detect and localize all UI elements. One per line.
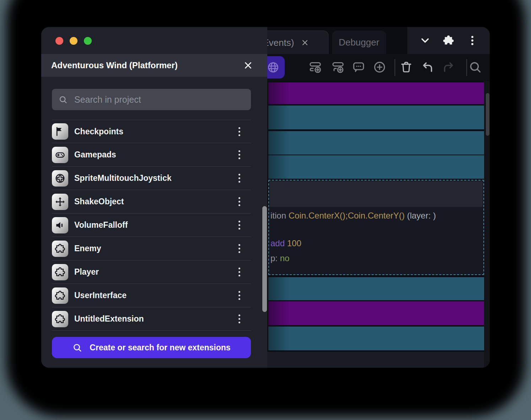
- search-icon: [72, 343, 82, 353]
- extensions-list: CheckpointsGamepadsSpriteMultitouchJoyst…: [52, 120, 251, 331]
- add-comment-button[interactable]: [352, 60, 366, 74]
- item-menu-kebab-icon[interactable]: [236, 242, 242, 255]
- event-block[interactable]: [268, 327, 484, 350]
- tab-close-icon[interactable]: [301, 39, 309, 47]
- event-block[interactable]: [268, 82, 484, 104]
- event-block[interactable]: [268, 155, 484, 179]
- toolbar-divider: [466, 59, 467, 76]
- minimize-button[interactable]: [70, 37, 77, 45]
- event-action-text: p: no: [270, 253, 482, 264]
- redo-button[interactable]: [441, 60, 456, 74]
- item-menu-kebab-icon[interactable]: [236, 125, 242, 138]
- speaker-icon: [52, 217, 68, 233]
- panel-close-button[interactable]: [243, 60, 253, 70]
- tab-debugger[interactable]: Debugger: [332, 31, 386, 54]
- list-item-label: UserInterface: [74, 291, 127, 300]
- puzzle-icon: [52, 311, 68, 327]
- toolbar-divider: [395, 59, 395, 76]
- extensions-puzzle-icon[interactable]: [442, 34, 455, 47]
- more-options-kebab-icon[interactable]: [466, 34, 478, 47]
- search-icon: [58, 95, 68, 104]
- globe-icon: [267, 61, 280, 74]
- panel-header: Adventurous Wind (Platformer): [41, 54, 267, 77]
- app-window: (Events) Debugger: [41, 27, 490, 368]
- event-block[interactable]: [268, 301, 484, 325]
- gamepad-icon: [52, 147, 68, 163]
- list-item-player[interactable]: Player: [52, 260, 251, 284]
- puzzle-icon: [52, 264, 68, 280]
- joystick-icon: [52, 170, 68, 187]
- event-block[interactable]: [268, 277, 484, 300]
- desktop: (Events) Debugger: [0, 0, 531, 420]
- list-item-gamepads[interactable]: Gamepads: [52, 143, 251, 167]
- item-menu-kebab-icon[interactable]: [236, 219, 242, 232]
- event-action-text: ition Coin.CenterX();Coin.CenterY() (lay…: [270, 210, 482, 221]
- item-menu-kebab-icon[interactable]: [236, 148, 242, 161]
- list-item-label: UntitledExtension: [74, 314, 144, 324]
- list-item-label: Checkpoints: [74, 127, 123, 136]
- item-menu-kebab-icon[interactable]: [236, 289, 242, 302]
- close-button[interactable]: [55, 37, 63, 45]
- list-item-checkpoints[interactable]: Checkpoints: [52, 120, 251, 143]
- list-item-label: Player: [74, 267, 99, 277]
- project-manager-panel: Adventurous Wind (Platformer) Checkpoint…: [41, 27, 267, 368]
- item-menu-kebab-icon[interactable]: [236, 265, 242, 279]
- list-item-label: SpriteMultitouchJoystick: [74, 173, 171, 183]
- event-block[interactable]: [268, 131, 484, 155]
- search-input[interactable]: [74, 94, 245, 105]
- event-conditions-area[interactable]: [270, 181, 483, 207]
- list-item-volumefalloff[interactable]: VolumeFalloff: [52, 214, 251, 237]
- item-menu-kebab-icon[interactable]: [236, 312, 242, 325]
- list-item-label: Gamepads: [74, 150, 116, 160]
- undo-button[interactable]: [420, 60, 435, 74]
- puzzle-icon: [52, 241, 68, 257]
- list-item-label: ShakeObject: [74, 197, 124, 206]
- add-event-button[interactable]: [308, 60, 322, 74]
- event-block[interactable]: [268, 106, 484, 129]
- window-actions: [407, 27, 490, 54]
- project-title: Adventurous Wind (Platformer): [51, 60, 178, 70]
- events-scrollbar[interactable]: [486, 93, 489, 136]
- search-events-button[interactable]: [468, 60, 482, 74]
- list-item-spritemultitouchjoystick[interactable]: SpriteMultitouchJoystick: [52, 167, 251, 190]
- add-other-button[interactable]: [372, 60, 387, 74]
- move-icon: [52, 194, 68, 210]
- create-extension-label: Create or search for new extensions: [90, 343, 230, 352]
- add-subevent-button[interactable]: [331, 60, 345, 74]
- collapse-chevron-down-icon[interactable]: [419, 34, 431, 47]
- list-item-shakeobject[interactable]: ShakeObject: [52, 190, 251, 214]
- item-menu-kebab-icon[interactable]: [236, 172, 242, 185]
- tab-debugger-label: Debugger: [339, 37, 379, 48]
- panel-scrollbar[interactable]: [262, 206, 267, 312]
- list-item-enemy[interactable]: Enemy: [52, 237, 251, 260]
- delete-button[interactable]: [399, 60, 413, 74]
- project-search: [52, 89, 251, 110]
- event-block-selected[interactable]: ition Coin.CenterX();Coin.CenterY() (lay…: [268, 180, 484, 275]
- item-menu-kebab-icon[interactable]: [236, 195, 242, 208]
- event-action-text: add 100: [270, 238, 482, 249]
- create-extension-button[interactable]: Create or search for new extensions: [52, 337, 251, 358]
- list-item-userinterface[interactable]: UserInterface: [52, 284, 251, 307]
- zoom-button[interactable]: [84, 37, 92, 45]
- puzzle-icon: [52, 287, 68, 304]
- list-item-untitledextension[interactable]: UntitledExtension: [52, 307, 251, 331]
- flag-icon: [52, 123, 68, 140]
- list-item-label: VolumeFalloff: [74, 220, 128, 230]
- list-item-label: Enemy: [74, 244, 101, 253]
